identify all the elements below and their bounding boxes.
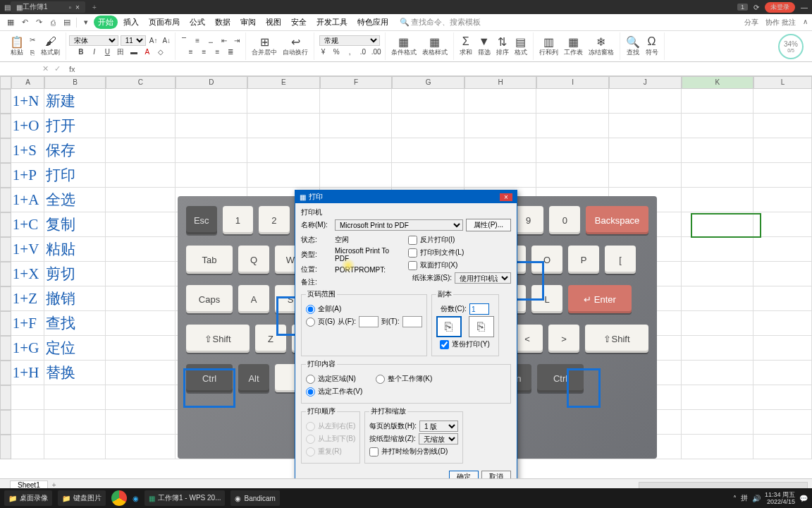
tofile-checkbox[interactable] [408, 248, 417, 258]
col-header[interactable]: K [682, 76, 754, 89]
cell[interactable]: 替换 [44, 361, 106, 385]
cell[interactable]: 1+F [11, 311, 44, 336]
cell[interactable] [753, 163, 812, 188]
taskbar-item[interactable]: ▦工作簿1 - WPS 20... [144, 490, 225, 506]
cell[interactable] [392, 89, 465, 114]
cell[interactable] [106, 385, 176, 410]
tab-featured[interactable]: 特色应用 [353, 16, 393, 29]
cell[interactable] [536, 163, 609, 188]
cell[interactable] [247, 114, 320, 138]
cell[interactable]: 查找 [44, 311, 106, 336]
cell[interactable]: 打开 [44, 114, 106, 138]
cell[interactable] [682, 89, 754, 114]
cell[interactable] [465, 163, 537, 188]
cell[interactable] [106, 188, 176, 212]
cell[interactable] [465, 114, 537, 138]
justify-icon[interactable]: ≣ [225, 47, 236, 58]
confirm-formula-icon[interactable]: ✓ [51, 64, 63, 73]
dropdown-icon[interactable]: ▾ [80, 16, 92, 29]
col-header[interactable]: H [465, 76, 537, 89]
tab-close-icon[interactable]: × [75, 4, 80, 11]
cell[interactable] [682, 262, 754, 286]
select-all-corner[interactable] [0, 76, 11, 89]
close-icon[interactable]: × [500, 193, 512, 201]
cell[interactable] [106, 435, 176, 459]
wrap-text-button[interactable]: ↩自动换行 [280, 35, 311, 57]
reverse-checkbox[interactable] [408, 236, 417, 245]
copy-icon[interactable]: ⎘ [27, 47, 38, 59]
cell[interactable]: 1+V [11, 237, 44, 262]
col-header[interactable]: E [247, 76, 320, 89]
font-color-icon[interactable]: A [142, 46, 153, 57]
cell[interactable] [753, 89, 812, 114]
h-scrollbar[interactable] [639, 482, 808, 489]
cell[interactable] [536, 138, 609, 163]
cell[interactable] [753, 212, 812, 237]
cell[interactable] [11, 435, 44, 459]
add-tab-icon[interactable]: + [92, 4, 97, 11]
indent-dec-icon[interactable]: ⇤ [219, 35, 230, 47]
cancel-button[interactable]: 取消 [481, 471, 511, 478]
cell[interactable]: 1+P [11, 163, 44, 188]
document-tab[interactable]: ▦ 工作簿1 ▫ × [11, 1, 85, 13]
cell[interactable]: 打印 [44, 163, 106, 188]
find-button[interactable]: 🔍查找 [623, 35, 643, 57]
cut-icon[interactable]: ✂ [27, 35, 38, 46]
bold-icon[interactable]: B [75, 46, 87, 57]
dec-dec-icon[interactable]: .00 [371, 46, 382, 57]
cell[interactable] [682, 435, 754, 459]
minimize-icon[interactable]: — [801, 4, 808, 11]
cell[interactable] [106, 311, 176, 336]
scale-select[interactable]: 无缩放 [419, 433, 458, 445]
tab-formula[interactable]: 公式 [185, 16, 209, 29]
cell[interactable] [682, 286, 754, 311]
sync-icon[interactable]: ⟳ [753, 4, 759, 11]
cell[interactable]: 1+X [11, 262, 44, 286]
tab-insert[interactable]: 插入 [119, 16, 143, 29]
wholewb-radio[interactable] [376, 375, 385, 384]
fill-color-icon[interactable]: ▬ [128, 46, 140, 57]
taskbar-item[interactable]: ◉Bandicam [230, 490, 279, 506]
cell[interactable] [106, 410, 176, 435]
cell[interactable] [11, 410, 44, 435]
cell[interactable] [609, 163, 682, 188]
dialog-titlebar[interactable]: ▦ 打印 × [295, 190, 517, 203]
cell[interactable] [753, 262, 812, 286]
to-input[interactable] [402, 316, 422, 327]
cell[interactable] [44, 410, 106, 435]
align-right-icon[interactable]: ≡ [211, 47, 223, 58]
cell[interactable] [106, 163, 176, 188]
cell[interactable] [465, 89, 537, 114]
ime-icon[interactable]: 拼 [741, 493, 748, 503]
cell[interactable] [753, 114, 812, 138]
completion-indicator[interactable]: 34% 0/5 [778, 34, 804, 59]
cell[interactable] [465, 138, 537, 163]
login-button[interactable]: 未登录 [765, 2, 795, 13]
col-header[interactable]: J [609, 76, 682, 89]
cell[interactable] [753, 138, 812, 163]
cell[interactable]: 1+G [11, 336, 44, 361]
taskbar-item[interactable]: 📁桌面录像 [4, 490, 52, 506]
collate-checkbox[interactable] [440, 340, 449, 349]
cell[interactable] [176, 114, 248, 138]
align-bot-icon[interactable]: ⎽ [205, 35, 216, 47]
cell[interactable] [176, 89, 248, 114]
paste-button[interactable]: 📋粘贴 [7, 35, 27, 57]
increase-font-icon[interactable]: A↑ [148, 35, 159, 46]
indent-inc-icon[interactable]: ⇥ [231, 35, 242, 47]
all-radio[interactable] [306, 305, 315, 314]
col-header[interactable]: F [320, 76, 393, 89]
cell[interactable] [753, 435, 812, 459]
cell[interactable] [753, 311, 812, 336]
cancel-formula-icon[interactable]: ✕ [39, 64, 51, 73]
redo-icon[interactable]: ↷ [32, 16, 45, 29]
collate-icon-2[interactable]: ⎘ [469, 316, 494, 337]
cell[interactable] [106, 262, 176, 286]
cell[interactable] [320, 163, 393, 188]
copies-input[interactable] [469, 303, 489, 315]
ok-button[interactable]: 确定 [449, 471, 479, 478]
volume-icon[interactable]: 🔊 [752, 495, 761, 502]
cell[interactable] [753, 286, 812, 311]
cell[interactable]: 粘贴 [44, 237, 106, 262]
format-button[interactable]: ▤格式 [512, 35, 530, 57]
